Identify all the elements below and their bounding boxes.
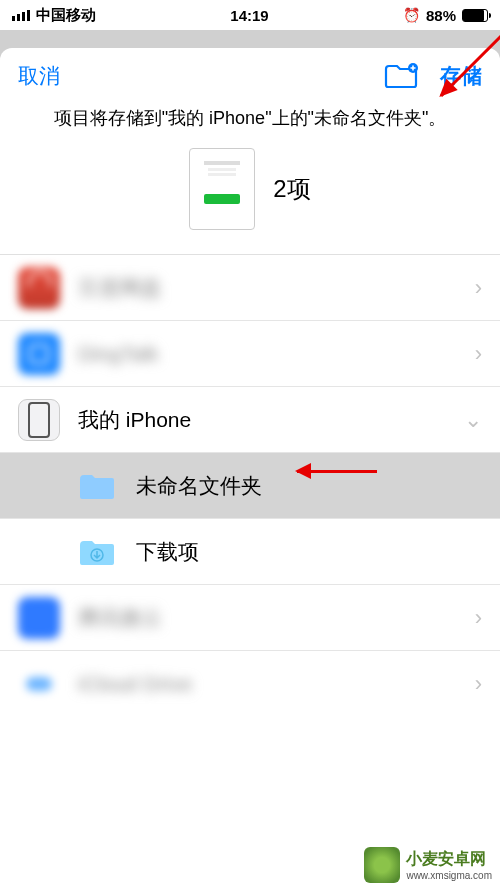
row-label: 我的 iPhone <box>78 406 464 434</box>
status-time: 14:19 <box>230 7 268 24</box>
watermark-text: 小麦安卓网 www.xmsigma.com <box>406 849 492 881</box>
location-row-downloads[interactable]: 下载项 <box>0 519 500 585</box>
sheet-header: 取消 存储 <box>0 48 500 96</box>
cloud-icon <box>18 663 60 705</box>
chevron-right-icon: › <box>475 275 482 301</box>
row-label: 未命名文件夹 <box>136 472 482 500</box>
header-right: 存储 <box>384 62 482 90</box>
row-label: 下载项 <box>136 538 482 566</box>
chevron-down-icon: ⌄ <box>464 407 482 433</box>
chevron-right-icon: › <box>475 605 482 631</box>
alarm-icon: ⏰ <box>403 7 420 23</box>
save-message: 项目将存储到"我的 iPhone"上的"未命名文件夹"。 <box>0 96 500 144</box>
chevron-right-icon: › <box>475 341 482 367</box>
app-icon <box>18 267 60 309</box>
chevron-right-icon: › <box>475 671 482 697</box>
preview-thumbnail <box>189 148 255 230</box>
row-label: iCloud Drive <box>78 672 475 696</box>
watermark: 小麦安卓网 www.xmsigma.com <box>364 847 492 883</box>
location-list: 百度网盘 › DingTalk › 我的 iPhone ⌄ 未命名文件夹 下载项 <box>0 254 500 717</box>
row-label: 百度网盘 <box>78 274 475 302</box>
watermark-url: www.xmsigma.com <box>406 870 492 881</box>
location-row-myiphone[interactable]: 我的 iPhone ⌄ <box>0 387 500 453</box>
new-folder-icon[interactable] <box>384 63 418 89</box>
save-sheet: 取消 存储 项目将存储到"我的 iPhone"上的"未命名文件夹"。 2项 百度… <box>0 48 500 717</box>
folder-icon <box>76 465 118 507</box>
row-label: 腾讯微云 <box>78 604 475 632</box>
location-row-unnamed-folder[interactable]: 未命名文件夹 <box>0 453 500 519</box>
watermark-title: 小麦安卓网 <box>406 849 486 870</box>
signal-icon <box>12 10 30 21</box>
location-row-tencent[interactable]: 腾讯微云 › <box>0 585 500 651</box>
folder-icon <box>76 531 118 573</box>
item-count: 2项 <box>273 173 310 205</box>
app-icon <box>18 333 60 375</box>
location-row-dingtalk[interactable]: DingTalk › <box>0 321 500 387</box>
status-right: ⏰ 88% <box>403 7 488 24</box>
iphone-icon <box>18 399 60 441</box>
row-label: DingTalk <box>78 342 475 366</box>
carrier-label: 中国移动 <box>36 6 96 25</box>
app-icon <box>18 597 60 639</box>
preview-area: 2项 <box>0 144 500 254</box>
status-left: 中国移动 <box>12 6 96 25</box>
cancel-button[interactable]: 取消 <box>18 62 60 90</box>
status-bar: 中国移动 14:19 ⏰ 88% <box>0 0 500 30</box>
battery-percent: 88% <box>426 7 456 24</box>
battery-icon <box>462 9 488 22</box>
location-row-baidu[interactable]: 百度网盘 › <box>0 255 500 321</box>
location-row-icloud[interactable]: iCloud Drive › <box>0 651 500 717</box>
watermark-logo <box>364 847 400 883</box>
save-button[interactable]: 存储 <box>440 62 482 90</box>
